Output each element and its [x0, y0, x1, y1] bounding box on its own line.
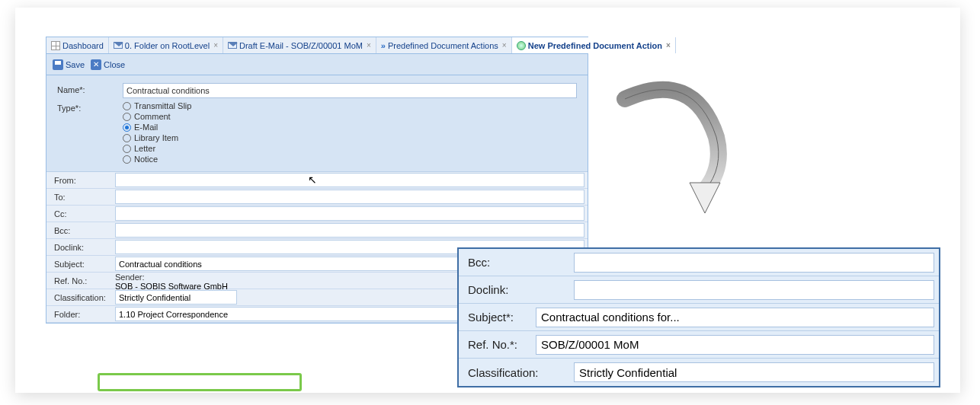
cc-input[interactable] — [115, 206, 584, 221]
classification-input[interactable]: Strictly Confidential — [115, 290, 237, 305]
arrow-right-icon: » — [381, 41, 386, 50]
name-label: Name*: — [57, 83, 123, 94]
from-input[interactable] — [115, 173, 584, 187]
radio-comment[interactable]: Comment — [123, 112, 577, 121]
tab-new-predefined-action[interactable]: New Predefined Document Action × — [512, 37, 676, 53]
svg-marker-0 — [690, 183, 720, 213]
radio-letter[interactable]: Letter — [123, 144, 577, 153]
callout-panel: Bcc: Doclink: Subject*: Contractual cond… — [457, 247, 940, 387]
bcc-label: Bcc: — [46, 226, 115, 235]
sender-label: Sender: — [115, 273, 149, 282]
callout-doclink-label: Doclink: — [459, 283, 569, 296]
classification-label: Classification: — [46, 293, 115, 302]
callout-doclink-input[interactable] — [574, 280, 934, 300]
arrow-illustration — [610, 76, 736, 221]
save-icon — [53, 59, 63, 70]
toolbar: Save ✕ Close — [46, 54, 588, 75]
grid-icon — [51, 41, 60, 50]
cursor-icon: ↖ — [308, 174, 317, 186]
radio-notice[interactable]: Notice — [123, 155, 577, 164]
to-input[interactable] — [115, 190, 584, 204]
cc-label: Cc: — [46, 209, 115, 218]
callout-subject-input[interactable]: Contractual conditions for... — [536, 308, 934, 327]
tab-label: 0. Folder on RootLevel — [125, 41, 210, 50]
from-label: From: — [46, 176, 115, 185]
subject-label: Subject: — [46, 260, 115, 269]
radio-transmittal-slip[interactable]: Transmittal Slip — [123, 101, 577, 110]
type-label: Type*: — [57, 101, 123, 113]
tab-draft-email[interactable]: Draft E-Mail - SOB/Z/00001 MoM × — [223, 37, 376, 53]
save-button[interactable]: Save — [53, 59, 85, 70]
callout-subject-label: Subject*: — [459, 311, 531, 324]
close-icon: ✕ — [91, 59, 101, 70]
tab-label: Draft E-Mail - SOB/Z/00001 MoM — [239, 41, 363, 50]
tab-bar: Dashboard 0. Folder on RootLevel × Draft… — [46, 37, 588, 54]
close-icon[interactable]: × — [666, 41, 671, 49]
tab-predefined-actions[interactable]: » Predefined Document Actions × — [376, 37, 512, 53]
form-upper: Name*: Type*: Transmittal Slip Comment E… — [46, 75, 588, 171]
callout-refno-input[interactable]: SOB/Z/00001 MoM — [536, 335, 934, 355]
callout-bcc-label: Bcc: — [459, 256, 569, 269]
bcc-input[interactable] — [115, 223, 584, 238]
close-button[interactable]: ✕ Close — [91, 59, 125, 70]
tab-label: New Predefined Document Action — [528, 41, 662, 50]
to-label: To: — [46, 193, 115, 202]
doclink-label: Doclink: — [46, 243, 115, 252]
radio-email[interactable]: E-Mail — [123, 123, 577, 132]
type-radios: Transmittal Slip Comment E-Mail Library … — [123, 101, 577, 164]
callout-refno-label: Ref. No.*: — [459, 338, 531, 351]
close-icon[interactable]: × — [502, 41, 507, 49]
globe-icon — [517, 41, 526, 50]
save-label: Save — [66, 60, 85, 69]
tab-dashboard[interactable]: Dashboard — [46, 37, 109, 53]
tab-label: Dashboard — [62, 41, 104, 50]
refno-label: Ref. No.: — [46, 276, 115, 285]
mail-icon — [114, 42, 123, 49]
radio-library-item[interactable]: Library Item — [123, 133, 577, 142]
callout-classification-input[interactable]: Strictly Confidential — [574, 362, 934, 382]
tab-label: Predefined Document Actions — [388, 41, 498, 50]
tab-folder-rootlevel[interactable]: 0. Folder on RootLevel × — [109, 37, 223, 53]
callout-classification-label: Classification: — [459, 366, 569, 379]
mail-icon — [228, 42, 237, 49]
callout-bcc-input[interactable] — [574, 253, 934, 273]
close-icon[interactable]: × — [213, 41, 218, 49]
close-label: Close — [104, 60, 125, 69]
close-icon[interactable]: × — [367, 41, 371, 49]
name-input[interactable] — [123, 83, 577, 98]
folder-label: Folder: — [46, 310, 115, 319]
